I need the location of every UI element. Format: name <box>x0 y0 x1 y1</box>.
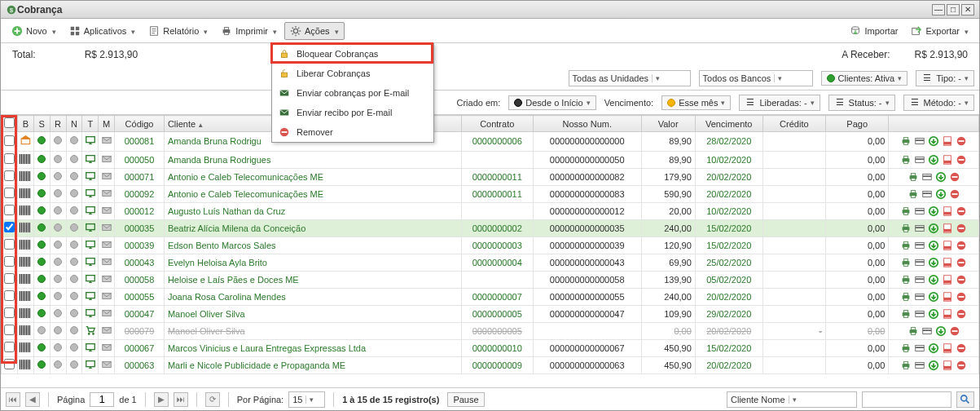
last-page-button[interactable]: ⏭ <box>174 392 188 407</box>
codigo-link[interactable]: 000071 <box>125 172 155 182</box>
aplicativos-button[interactable]: Aplicativos <box>64 22 142 40</box>
row-card-button[interactable] <box>913 239 926 252</box>
cliente-link[interactable]: Manoel Oliver Silva <box>168 309 245 319</box>
novo-button[interactable]: Novo <box>6 22 62 40</box>
row-print-button[interactable] <box>907 188 920 201</box>
menu-liberar[interactable]: Liberar Cobranças <box>272 64 433 83</box>
table-row[interactable]: 000079Manoel Oliver Silva00000000050,002… <box>2 322 979 339</box>
cliente-link[interactable]: Heloise e Laís Pães e Doces ME <box>168 275 299 285</box>
venc-link[interactable]: 29/02/2020 <box>706 309 751 319</box>
venc-link[interactable]: 20/02/2020 <box>706 189 751 199</box>
row-checkbox[interactable] <box>4 273 15 284</box>
row-delete-button[interactable] <box>955 205 968 218</box>
row-print-button[interactable] <box>899 239 912 252</box>
contrato-link[interactable]: 0000000011 <box>472 189 522 199</box>
exportar-button[interactable]: Exportar <box>905 22 974 40</box>
row-delete-button[interactable] <box>955 359 968 372</box>
row-checkbox[interactable] <box>4 153 15 164</box>
row-card-button[interactable] <box>921 325 934 338</box>
row-delete-button[interactable] <box>955 256 968 269</box>
row-checkbox[interactable] <box>4 307 15 318</box>
row-card-button[interactable] <box>913 307 926 320</box>
codigo-link[interactable]: 000039 <box>125 241 155 250</box>
row-card-button[interactable] <box>913 135 926 148</box>
row-print-button[interactable] <box>907 170 920 183</box>
codigo-link[interactable]: 000092 <box>125 189 155 199</box>
row-pdf-button[interactable] <box>941 342 954 355</box>
col-checkbox[interactable] <box>2 116 18 132</box>
venc-link[interactable]: 10/02/2020 <box>706 155 751 165</box>
row-card-button[interactable] <box>913 290 926 303</box>
col-credito[interactable]: Crédito <box>762 116 825 132</box>
table-row[interactable]: 000081Amanda Bruna Rodrigu00000000060000… <box>2 132 979 152</box>
venc-link[interactable]: 20/02/2020 <box>706 326 751 336</box>
codigo-link[interactable]: 000035 <box>125 223 155 233</box>
importar-button[interactable]: Importar <box>844 22 903 40</box>
relatorio-button[interactable]: Relatório <box>143 22 213 40</box>
table-row[interactable]: 000067Marcos Vinicius e Laura Entregas E… <box>2 339 979 356</box>
contrato-link[interactable]: 0000000007 <box>472 292 522 302</box>
row-print-button[interactable] <box>899 273 912 286</box>
row-delete-button[interactable] <box>948 188 961 201</box>
row-receive-button[interactable] <box>927 239 940 252</box>
row-delete-button[interactable] <box>955 135 968 148</box>
row-checkbox[interactable] <box>4 325 15 335</box>
row-checkbox[interactable] <box>4 188 15 198</box>
menu-bloquear[interactable]: Bloquear Cobranças <box>272 44 433 64</box>
col-pago[interactable]: Pago <box>826 116 889 132</box>
unidades-combo[interactable]: Todas as Unidades▾ <box>569 70 691 86</box>
contrato-link[interactable]: 0000000002 <box>472 223 522 233</box>
row-delete-button[interactable] <box>955 290 968 303</box>
prev-page-button[interactable]: ◀ <box>25 392 40 407</box>
row-pdf-button[interactable] <box>941 205 954 218</box>
row-card-button[interactable] <box>913 342 926 355</box>
row-checkbox[interactable] <box>4 222 15 232</box>
tipo-filter[interactable]: ☰Tipo: -▾ <box>916 70 974 86</box>
row-print-button[interactable] <box>899 290 912 303</box>
codigo-link[interactable]: 000079 <box>125 326 155 336</box>
venc-link[interactable]: 28/02/2020 <box>706 136 751 146</box>
row-receive-button[interactable] <box>927 273 940 286</box>
table-row[interactable]: 000092Antonio e Caleb Telecomunicações M… <box>2 185 979 202</box>
codigo-link[interactable]: 000055 <box>125 292 155 302</box>
row-receive-button[interactable] <box>927 222 940 235</box>
table-row[interactable]: 000047Manoel Oliver Silva000000000500000… <box>2 305 979 322</box>
row-pdf-button[interactable] <box>941 239 954 252</box>
row-print-button[interactable] <box>899 135 912 148</box>
row-card-button[interactable] <box>921 188 934 201</box>
acoes-button[interactable]: Ações <box>284 22 345 40</box>
contrato-link[interactable]: 0000000005 <box>472 326 522 336</box>
codigo-link[interactable]: 000067 <box>125 343 155 353</box>
row-checkbox[interactable] <box>4 170 15 181</box>
desde-inicio-filter[interactable]: Desde o Início▾ <box>508 95 595 110</box>
row-pdf-button[interactable] <box>941 273 954 286</box>
row-receive-button[interactable] <box>927 153 940 166</box>
col-valor[interactable]: Valor <box>641 116 695 132</box>
pause-button[interactable]: Pause <box>447 392 484 407</box>
codigo-link[interactable]: 000063 <box>125 360 155 370</box>
venc-link[interactable]: 20/02/2020 <box>706 292 751 302</box>
col-b[interactable]: B <box>17 116 33 132</box>
row-receive-button[interactable] <box>927 342 940 355</box>
row-print-button[interactable] <box>899 153 912 166</box>
col-r[interactable]: R <box>50 116 66 132</box>
page-input[interactable] <box>90 392 114 407</box>
row-pdf-button[interactable] <box>941 135 954 148</box>
search-button[interactable] <box>956 391 974 408</box>
row-receive-button[interactable] <box>934 325 947 338</box>
row-checkbox[interactable] <box>4 205 15 215</box>
row-delete-button[interactable] <box>955 222 968 235</box>
cliente-link[interactable]: Manoel Oliver Silva <box>168 326 245 336</box>
contrato-link[interactable]: 0000000011 <box>472 172 522 182</box>
row-checkbox[interactable] <box>4 342 15 352</box>
row-checkbox[interactable] <box>4 135 15 146</box>
codigo-link[interactable]: 000050 <box>125 155 155 165</box>
row-pdf-button[interactable] <box>941 290 954 303</box>
table-row[interactable]: 000063Marli e Nicole Publicidade e Propa… <box>2 356 979 373</box>
row-card-button[interactable] <box>913 205 926 218</box>
row-receive-button[interactable] <box>927 135 940 148</box>
codigo-link[interactable]: 000043 <box>125 258 155 267</box>
next-page-button[interactable]: ▶ <box>154 392 169 407</box>
row-checkbox[interactable] <box>4 290 15 301</box>
row-pdf-button[interactable] <box>941 359 954 372</box>
